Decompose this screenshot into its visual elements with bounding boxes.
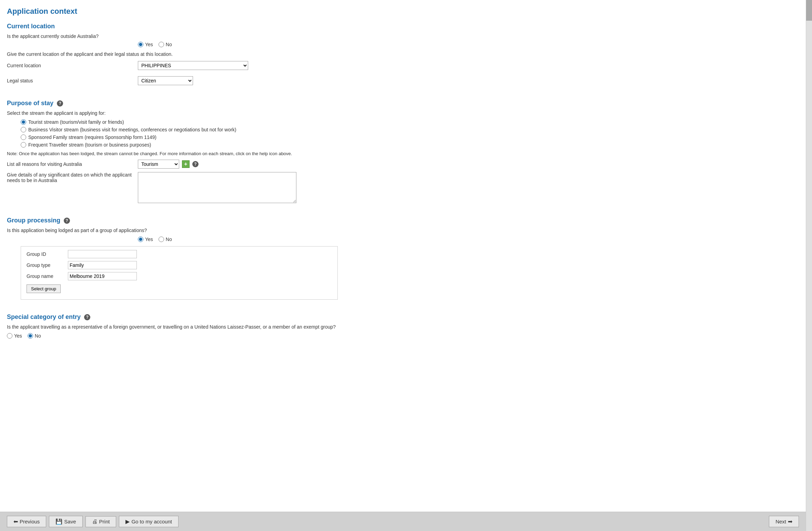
add-reason-button[interactable]: + [182, 160, 190, 168]
stream-label-4: Frequent Traveller stream (tourism or bu… [28, 142, 151, 148]
stream-radio-1[interactable] [21, 119, 26, 125]
special-no-option[interactable]: No [28, 333, 41, 339]
outside-no-option[interactable]: No [159, 42, 172, 47]
legal-status-select[interactable]: Citizen Permanent Resident Visitor Other [138, 76, 193, 85]
stream-option-2[interactable]: Business Visitor stream (business visit … [21, 127, 795, 132]
stream-label-1: Tourist stream (tourism/visit family or … [28, 119, 124, 125]
group-yes-option[interactable]: Yes [138, 237, 153, 242]
next-button[interactable]: Next ➡ [769, 516, 799, 527]
save-label: Save [64, 519, 76, 524]
stream-radio-4[interactable] [21, 142, 26, 148]
stream-option-4[interactable]: Frequent Traveller stream (tourism or bu… [21, 142, 795, 148]
stream-label-3: Sponsored Family stream (requires Sponso… [28, 134, 156, 140]
special-yes-option[interactable]: Yes [7, 333, 22, 339]
current-location-label: Current location [7, 63, 138, 68]
outside-no-label: No [166, 42, 172, 47]
stream-options: Tourist stream (tourism/visit family or … [21, 119, 795, 148]
stream-radio-2[interactable] [21, 127, 26, 132]
next-label: Next [775, 519, 786, 524]
outside-no-radio[interactable] [159, 42, 164, 47]
scrollbar-thumb[interactable] [806, 0, 812, 21]
special-no-radio[interactable] [28, 333, 33, 339]
special-category-question: Is the applicant travelling as a represe… [7, 324, 795, 330]
purpose-question: Select the stream the applicant is apply… [7, 110, 795, 116]
group-processing-section: Group processing ? Is this application b… [7, 210, 795, 300]
go-to-account-button[interactable]: ▶ Go to my account [119, 516, 179, 527]
next-icon: ➡ [788, 518, 792, 525]
special-yes-label: Yes [14, 333, 22, 339]
dates-textarea[interactable] [138, 172, 296, 203]
purpose-help-icon[interactable]: ? [57, 100, 63, 107]
previous-label: Previous [20, 519, 40, 524]
special-category-help-icon[interactable]: ? [84, 314, 90, 320]
page-title: Application context [7, 7, 795, 16]
go-to-account-label: Go to my account [131, 519, 172, 524]
print-icon: 🖨 [92, 519, 98, 525]
group-id-label: Group ID [27, 251, 68, 257]
group-help-icon[interactable]: ? [64, 218, 70, 224]
group-no-label: No [166, 237, 172, 242]
reasons-help-icon[interactable]: ? [192, 161, 199, 167]
bottom-toolbar: ⬅ Previous 💾 Save 🖨 Print ▶ Go to my acc… [0, 512, 806, 531]
print-button[interactable]: 🖨 Print [85, 516, 116, 527]
group-question: Is this application being lodged as part… [7, 228, 795, 233]
purpose-title: Purpose of stay [7, 100, 53, 107]
group-no-radio[interactable] [159, 237, 164, 242]
group-name-label: Group name [27, 273, 68, 279]
stream-option-3[interactable]: Sponsored Family stream (requires Sponso… [21, 134, 795, 140]
special-no-label: No [35, 333, 41, 339]
print-label: Print [99, 519, 110, 524]
special-yes-radio[interactable] [7, 333, 12, 339]
legal-status-label: Legal status [7, 78, 138, 83]
special-category-section: Special category of entry ? Is the appli… [7, 307, 795, 339]
outside-yes-radio[interactable] [138, 42, 143, 47]
location-description: Give the current location of the applica… [7, 51, 795, 57]
group-type-label: Group type [27, 262, 68, 268]
group-processing-title: Group processing [7, 217, 60, 224]
dates-label: Give details of any significant dates on… [7, 172, 138, 183]
stream-note: Note: Once the application has been lodg… [7, 151, 795, 156]
previous-icon: ⬅ [13, 518, 18, 525]
save-button[interactable]: 💾 Save [49, 516, 82, 527]
special-category-title: Special category of entry [7, 313, 81, 321]
outside-yes-option[interactable]: Yes [138, 42, 153, 47]
current-location-section: Current location Is the applicant curren… [7, 23, 795, 89]
stream-option-1[interactable]: Tourist stream (tourism/visit family or … [21, 119, 795, 125]
select-group-button[interactable]: Select group [27, 284, 61, 293]
reasons-label: List all reasons for visiting Australia [7, 161, 138, 167]
save-icon: 💾 [55, 518, 62, 525]
stream-label-2: Business Visitor stream (business visit … [28, 127, 236, 132]
account-icon: ▶ [125, 518, 130, 525]
group-type-input[interactable] [68, 261, 137, 269]
current-location-title: Current location [7, 23, 795, 30]
group-yes-label: Yes [145, 237, 153, 242]
outside-yes-label: Yes [145, 42, 153, 47]
current-location-select[interactable]: PHILIPPINES [138, 61, 248, 70]
group-details-box: Group ID Group type Group name Select gr… [21, 246, 338, 300]
reason-select[interactable]: Tourism Visit family Visit friends Busin… [138, 160, 179, 169]
scrollbar[interactable] [806, 0, 812, 531]
group-yes-radio[interactable] [138, 237, 143, 242]
outside-australia-question: Is the applicant currently outside Austr… [7, 33, 795, 39]
purpose-section: Purpose of stay ? Select the stream the … [7, 93, 795, 203]
previous-button[interactable]: ⬅ Previous [7, 516, 46, 527]
group-name-input[interactable] [68, 272, 137, 280]
group-no-option[interactable]: No [159, 237, 172, 242]
stream-radio-3[interactable] [21, 134, 26, 140]
group-id-input[interactable] [68, 250, 137, 258]
